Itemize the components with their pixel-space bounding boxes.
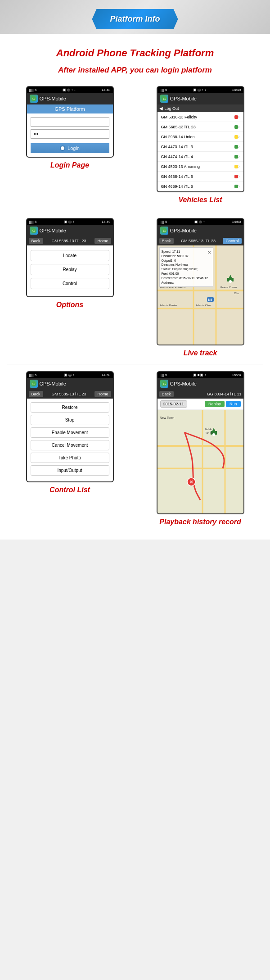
vehicles-nav-bar: ◀ Log Out bbox=[158, 104, 243, 112]
input-output-button[interactable]: Input/Output bbox=[31, 465, 109, 476]
playback-date-bar: 2015-02-11 Replay Run bbox=[158, 399, 243, 410]
list-item[interactable]: GM 5685-13 iTL 23 › bbox=[158, 122, 243, 132]
control-nav-title: GM 5685-13 iTL 23 bbox=[51, 392, 86, 396]
playback-replay-button[interactable]: Replay bbox=[205, 401, 225, 407]
svg-text:Adenta Clinic: Adenta Clinic bbox=[196, 304, 212, 307]
options-list: Locate Replay Control bbox=[27, 245, 113, 296]
svg-text:Chu: Chu bbox=[234, 292, 239, 295]
replay-button[interactable]: Replay bbox=[31, 264, 109, 275]
playback-date[interactable]: 2015-02-11 bbox=[160, 400, 187, 408]
playback-app-header: G GPS-Mobile bbox=[158, 378, 243, 390]
livetrack-phone-section: ||||| 5 ▣ ◎ ↑ 14:50 G GPS-Mobile Back GM… bbox=[137, 218, 263, 357]
playback-phone-frame: ||||| 5 ▣ ■▣ ↑ 15:24 G GPS-Mobile Back G… bbox=[157, 371, 244, 514]
control-nav-bar: Back GM 5685-13 iTL 23 Home bbox=[27, 390, 113, 399]
ribbon-text: Platform Info bbox=[110, 14, 160, 23]
livetrack-nav-title: GM 5685-13 iTL 23 bbox=[181, 239, 216, 243]
playback-map: ✕ New Town Ablekı Fan-M bbox=[158, 410, 243, 513]
login-phone-section: ||||| 5 ▣ ◎ ↑ ↓ 14:48 G GPS-Mobile GPS P… bbox=[7, 86, 133, 204]
main-content: Android Phone Tracking Platform After in… bbox=[0, 34, 270, 540]
svg-text:New Town: New Town bbox=[160, 416, 174, 419]
take-photo-button[interactable]: Take Photo bbox=[31, 453, 109, 463]
phone-grid-row3: ||||| 5 ▣ ◎ ↑ 14:50 G GPS-Mobile Back GM… bbox=[0, 367, 270, 531]
options-status-bar: ||||| 5 ▣ ◎ ↑ 14:49 bbox=[27, 219, 113, 225]
login-button[interactable]: Login bbox=[31, 143, 109, 153]
list-item[interactable]: GN 4669-14 iTL 6 › bbox=[158, 181, 243, 191]
map-close-icon[interactable]: ✕ bbox=[207, 250, 211, 256]
enable-movement-button[interactable]: Enable Movement bbox=[31, 427, 109, 438]
locate-button[interactable]: Locate bbox=[31, 250, 109, 261]
vehicles-phone-section: ||||| 5 ▣ ◎ ↑ ↓ 14:49 G GPS-Mobile ◀ bbox=[137, 86, 263, 204]
status-dot-yellow bbox=[234, 135, 238, 139]
control-home-button[interactable]: Home bbox=[94, 391, 111, 397]
list-item[interactable]: GN 2938-14 Union › bbox=[158, 132, 243, 142]
playback-nav-title: GG 3034-14 iTL 11 bbox=[207, 392, 242, 396]
login-time: 14:48 bbox=[101, 88, 110, 92]
svg-text:G: G bbox=[162, 382, 165, 386]
playback-run-button[interactable]: Run bbox=[226, 401, 241, 407]
options-phone-frame: ||||| 5 ▣ ◎ ↑ 14:49 G GPS-Mobile Back GM… bbox=[26, 218, 114, 297]
status-dot-green bbox=[234, 125, 238, 129]
svg-point-22 bbox=[229, 280, 232, 283]
livetrack-map: Adenta Police Station Adenta Barrier Ade… bbox=[158, 245, 243, 345]
map-info-box: ✕ Speed: 17.11 Odometer: 5803.87 Output1… bbox=[159, 247, 213, 287]
options-label: Options bbox=[56, 301, 83, 309]
login-app-title: GPS-Mobile bbox=[40, 96, 66, 101]
control-status-bar: ||||| 5 ▣ ◎ ↑ 14:50 bbox=[27, 372, 113, 378]
list-item[interactable]: GN 4523-13 Amaning › bbox=[158, 162, 243, 172]
vehicles-app-header: G GPS-Mobile bbox=[158, 93, 243, 104]
status-dot-red bbox=[234, 115, 238, 119]
playback-buttons: Replay Run bbox=[205, 401, 241, 407]
livetrack-label: Live track bbox=[184, 349, 217, 357]
list-item[interactable]: GN 4473-14 iTL 3 › bbox=[158, 142, 243, 152]
login-app-logo: G bbox=[30, 95, 38, 103]
logout-button[interactable]: Log Out bbox=[165, 106, 179, 111]
ribbon: Platform Info bbox=[92, 9, 178, 29]
login-status-bar: ||||| 5 ▣ ◎ ↑ ↓ 14:48 bbox=[27, 87, 113, 93]
playback-status-bar: ||||| 5 ▣ ■▣ ↑ 15:24 bbox=[158, 372, 243, 378]
options-phone-section: ||||| 5 ▣ ◎ ↑ 14:49 G GPS-Mobile Back GM… bbox=[7, 218, 133, 357]
phone-grid-row1: ||||| 5 ▣ ◎ ↑ ↓ 14:48 G GPS-Mobile GPS P… bbox=[0, 82, 270, 209]
control-app-logo: G bbox=[30, 380, 38, 388]
banner: Platform Info bbox=[0, 0, 270, 34]
svg-rect-27 bbox=[158, 410, 243, 513]
section-divider-2 bbox=[7, 364, 263, 364]
list-item[interactable]: GN 4474-14 iTL 4 › bbox=[158, 152, 243, 162]
stop-button[interactable]: Stop bbox=[31, 415, 109, 425]
livetrack-control-button[interactable]: Control bbox=[223, 238, 241, 244]
playback-nav-bar: Back GG 3034-14 iTL 11 bbox=[158, 390, 243, 399]
cancel-movement-button[interactable]: Cancel Movement bbox=[31, 440, 109, 450]
svg-text:Fan-M: Fan-M bbox=[205, 431, 212, 434]
svg-point-36 bbox=[212, 433, 215, 436]
livetrack-app-logo: G bbox=[160, 227, 168, 235]
control-back-button[interactable]: Back bbox=[29, 391, 43, 397]
svg-text:G: G bbox=[32, 229, 35, 233]
login-body: Login bbox=[27, 113, 113, 157]
options-back-button[interactable]: Back bbox=[29, 238, 43, 244]
control-phone-frame: ||||| 5 ▣ ◎ ↑ 14:50 G GPS-Mobile Back GM… bbox=[26, 371, 114, 482]
livetrack-phone-frame: ||||| 5 ▣ ◎ ↑ 14:50 G GPS-Mobile Back GM… bbox=[157, 218, 244, 345]
playback-app-logo: G bbox=[160, 380, 168, 388]
control-button[interactable]: Control bbox=[31, 278, 109, 289]
login-status-icons: ▣ ◎ ↑ ↓ bbox=[63, 88, 76, 92]
restore-button[interactable]: Restore bbox=[31, 402, 109, 413]
options-nav-bar: Back GM 5685-13 iTL 23 Home bbox=[27, 236, 113, 245]
login-phone-frame: ||||| 5 ▣ ◎ ↑ ↓ 14:48 G GPS-Mobile GPS P… bbox=[26, 86, 114, 158]
svg-text:Praise Comm: Praise Comm bbox=[220, 286, 237, 289]
svg-text:G: G bbox=[162, 229, 165, 233]
bottom-spacer bbox=[0, 531, 270, 540]
list-item[interactable]: GM 5316-13 Felicity › bbox=[158, 112, 243, 122]
username-input[interactable] bbox=[31, 117, 109, 127]
livetrack-back-button[interactable]: Back bbox=[159, 238, 174, 244]
options-home-button[interactable]: Home bbox=[94, 238, 111, 244]
page-subtitle: After installed APP, you can login platf… bbox=[0, 64, 270, 82]
control-label: Control List bbox=[50, 486, 90, 494]
section-divider-1 bbox=[7, 211, 263, 211]
login-app-header: G GPS-Mobile bbox=[27, 93, 113, 104]
password-input[interactable] bbox=[31, 129, 109, 139]
control-list: Restore Stop Enable Movement Cancel Move… bbox=[27, 399, 113, 481]
svg-text:✕: ✕ bbox=[189, 480, 193, 485]
playback-back-button[interactable]: Back bbox=[159, 391, 174, 397]
vehicles-phone-frame: ||||| 5 ▣ ◎ ↑ ↓ 14:49 G GPS-Mobile ◀ bbox=[157, 86, 244, 192]
list-item[interactable]: GN 4668-14 iTL 5 › bbox=[158, 172, 243, 181]
playback-label: Playback history record bbox=[159, 518, 241, 526]
